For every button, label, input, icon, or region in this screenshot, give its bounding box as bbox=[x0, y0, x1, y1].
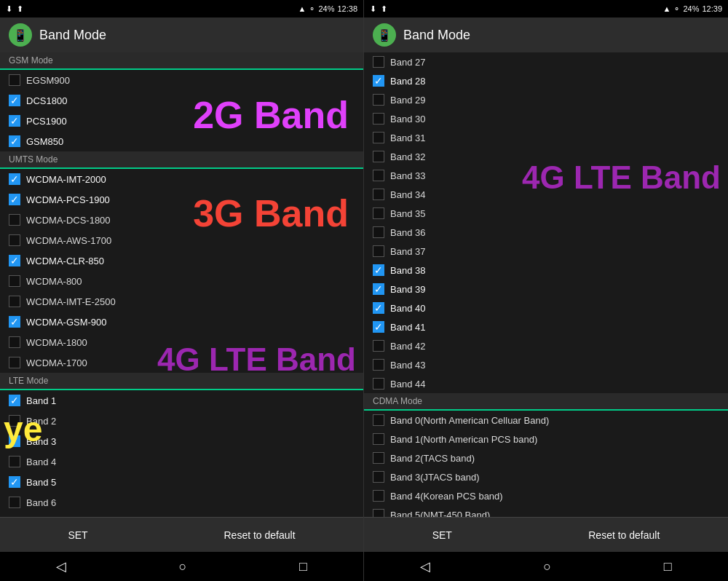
left-content[interactable]: GSM Mode EGSM900 ✓ DCS1800 ✓ PCS1900 ✓ G… bbox=[0, 52, 363, 517]
band-item[interactable]: WCDMA-DCS-1800 bbox=[0, 210, 363, 230]
right-reset-button[interactable]: Reset to default bbox=[574, 523, 674, 547]
right-recents-icon[interactable]: □ bbox=[664, 559, 672, 574]
checkbox-band5[interactable]: ✓ bbox=[9, 476, 20, 488]
checkbox-cdma-band3[interactable] bbox=[373, 471, 384, 483]
checkbox-band27[interactable] bbox=[373, 56, 384, 68]
checkbox-wcdma-800[interactable] bbox=[9, 275, 20, 287]
band-item[interactable]: WCDMA-800 bbox=[0, 271, 363, 291]
band-item[interactable]: Band 36 bbox=[364, 223, 728, 242]
checkbox-band44[interactable] bbox=[373, 378, 384, 390]
checkbox-band31[interactable] bbox=[373, 132, 384, 143]
band-item[interactable]: ✓ Band 38 bbox=[364, 261, 728, 280]
checkbox-wcdma-pcs1900[interactable]: ✓ bbox=[9, 194, 20, 205]
checkbox-cdma-band0[interactable] bbox=[373, 414, 384, 426]
band-item[interactable]: ✓ Band 7 bbox=[0, 513, 363, 517]
left-set-button[interactable]: SET bbox=[53, 523, 102, 547]
checkbox-wcdma-1800[interactable] bbox=[9, 336, 20, 348]
checkbox-cdma-band5[interactable] bbox=[373, 509, 384, 517]
right-set-button[interactable]: SET bbox=[418, 523, 467, 547]
band-item[interactable]: ✓ Band 3 bbox=[0, 431, 363, 451]
band-item[interactable]: Band 37 bbox=[364, 242, 728, 261]
band-item[interactable]: Band 31 bbox=[364, 128, 728, 147]
checkbox-band1[interactable]: ✓ bbox=[9, 395, 20, 406]
checkbox-band43[interactable] bbox=[373, 359, 384, 371]
checkbox-cdma-band4[interactable] bbox=[373, 490, 384, 502]
checkbox-band37[interactable] bbox=[373, 245, 384, 257]
checkbox-dcs1800[interactable]: ✓ bbox=[9, 95, 20, 106]
checkbox-wcdma-clr850[interactable]: ✓ bbox=[9, 255, 20, 266]
checkbox-band41[interactable]: ✓ bbox=[373, 321, 384, 333]
checkbox-band2[interactable] bbox=[9, 415, 20, 427]
band-item[interactable]: WCDMA-1800 bbox=[0, 332, 363, 352]
band-item[interactable]: Band 30 bbox=[364, 109, 728, 128]
checkbox-wcdma-gsm900[interactable]: ✓ bbox=[9, 316, 20, 328]
band-item[interactable]: Band 34 bbox=[364, 185, 728, 204]
checkbox-wcdma-1700[interactable] bbox=[9, 357, 20, 368]
band-item[interactable]: Band 6 bbox=[0, 492, 363, 513]
band-item[interactable]: Band 2 bbox=[0, 411, 363, 431]
right-back-icon[interactable]: ◁ bbox=[420, 558, 430, 574]
band-item[interactable]: Band 5(NMT-450 Band) bbox=[364, 505, 728, 517]
band-item[interactable]: Band 4 bbox=[0, 451, 363, 472]
band-item[interactable]: WCDMA-1700 bbox=[0, 352, 363, 373]
checkbox-band28[interactable]: ✓ bbox=[373, 75, 384, 87]
band-item[interactable]: ✓ Band 1 bbox=[0, 390, 363, 411]
checkbox-band39[interactable]: ✓ bbox=[373, 283, 384, 295]
left-home-icon[interactable]: ○ bbox=[179, 559, 187, 574]
band-item[interactable]: ✓ Band 40 bbox=[364, 299, 728, 317]
band-item[interactable]: ✓ Band 39 bbox=[364, 280, 728, 299]
left-recents-icon[interactable]: □ bbox=[299, 559, 307, 574]
checkbox-band42[interactable] bbox=[373, 340, 384, 352]
checkbox-band29[interactable] bbox=[373, 94, 384, 106]
checkbox-wcdma-dcs1800[interactable] bbox=[9, 214, 20, 226]
band-item[interactable]: ✓ WCDMA-CLR-850 bbox=[0, 250, 363, 271]
band-item[interactable]: Band 44 bbox=[364, 374, 728, 393]
checkbox-band4[interactable] bbox=[9, 456, 20, 467]
band-item[interactable]: WCDMA-AWS-1700 bbox=[0, 230, 363, 250]
checkbox-wcdma-imt2000[interactable]: ✓ bbox=[9, 173, 20, 185]
band-item[interactable]: Band 2(TACS band) bbox=[364, 448, 728, 467]
checkbox-band3[interactable]: ✓ bbox=[9, 435, 20, 447]
checkbox-pcs1900[interactable]: ✓ bbox=[9, 115, 20, 127]
checkbox-band36[interactable] bbox=[373, 226, 384, 238]
checkbox-wcdma-imt-e2500[interactable] bbox=[9, 296, 20, 307]
band-item[interactable]: Band 1(North American PCS band) bbox=[364, 430, 728, 448]
band-item[interactable]: ✓ Band 5 bbox=[0, 472, 363, 492]
band-item[interactable]: ✓ WCDMA-GSM-900 bbox=[0, 312, 363, 332]
checkbox-cdma-band1[interactable] bbox=[373, 433, 384, 445]
band-item[interactable]: ✓ GSM850 bbox=[0, 131, 363, 151]
band-item[interactable]: Band 4(Korean PCS band) bbox=[364, 486, 728, 505]
band-item[interactable]: ✓ Band 41 bbox=[364, 317, 728, 336]
checkbox-band32[interactable] bbox=[373, 151, 384, 162]
checkbox-band35[interactable] bbox=[373, 208, 384, 219]
band-item[interactable]: ✓ WCDMA-PCS-1900 bbox=[0, 189, 363, 210]
band-item[interactable]: Band 3(JTACS band) bbox=[364, 467, 728, 486]
checkbox-band34[interactable] bbox=[373, 189, 384, 200]
band-item[interactable]: Band 33 bbox=[364, 166, 728, 185]
band-item[interactable]: Band 43 bbox=[364, 355, 728, 374]
checkbox-egsm900[interactable] bbox=[9, 74, 20, 86]
left-back-icon[interactable]: ◁ bbox=[56, 558, 66, 574]
checkbox-band6[interactable] bbox=[9, 497, 20, 508]
band-item[interactable]: ✓ PCS1900 bbox=[0, 111, 363, 131]
checkbox-cdma-band2[interactable] bbox=[373, 452, 384, 464]
checkbox-wcdma-aws1700[interactable] bbox=[9, 234, 20, 246]
band-item[interactable]: WCDMA-IMT-E-2500 bbox=[0, 291, 363, 312]
band-item[interactable]: EGSM900 bbox=[0, 70, 363, 90]
right-content[interactable]: Band 27 ✓ Band 28 Band 29 Band 30 Band 3… bbox=[364, 52, 728, 517]
right-home-icon[interactable]: ○ bbox=[543, 559, 551, 574]
checkbox-gsm850[interactable]: ✓ bbox=[9, 135, 20, 147]
band-item[interactable]: Band 42 bbox=[364, 336, 728, 355]
checkbox-band40[interactable]: ✓ bbox=[373, 302, 384, 314]
band-item[interactable]: ✓ DCS1800 bbox=[0, 90, 363, 111]
left-reset-button[interactable]: Reset to default bbox=[210, 523, 310, 547]
checkbox-band30[interactable] bbox=[373, 113, 384, 125]
band-item[interactable]: Band 27 bbox=[364, 52, 728, 71]
band-item[interactable]: Band 0(North American Celluar Band) bbox=[364, 411, 728, 430]
band-item[interactable]: Band 29 bbox=[364, 90, 728, 109]
band-item[interactable]: Band 32 bbox=[364, 147, 728, 166]
checkbox-band33[interactable] bbox=[373, 170, 384, 181]
band-item[interactable]: ✓ Band 28 bbox=[364, 71, 728, 90]
band-item[interactable]: Band 35 bbox=[364, 204, 728, 223]
band-item[interactable]: ✓ WCDMA-IMT-2000 bbox=[0, 169, 363, 189]
